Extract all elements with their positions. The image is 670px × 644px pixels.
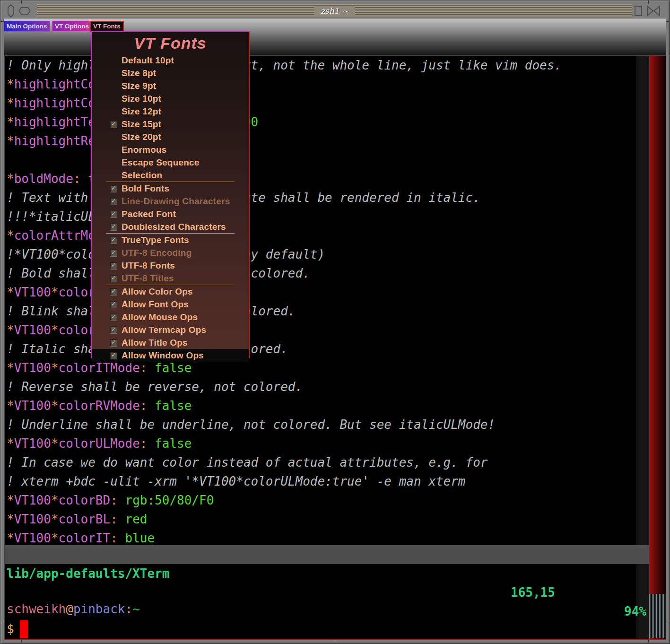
menu-item-utf-8-encoding[interactable]: UTF-8 Encoding [92,246,249,259]
menu-item-allow-font-ops[interactable]: Allow Font Ops [92,298,249,311]
text-segment: ! Reverse shall be reverse, not colored. [7,380,303,394]
menu-item-label: Default 10pt [122,55,174,66]
menu-item-label: Size 15pt [122,119,161,130]
menu-item-allow-termcap-ops[interactable]: Allow Termcap Ops [92,323,249,336]
checkmark-placeholder [110,159,117,166]
menu-item-size-12pt[interactable]: Size 12pt [92,105,249,118]
titlebar-grip[interactable]: zsh1 ~ [37,4,632,18]
menu-item-size-8pt[interactable]: Size 8pt [92,67,249,79]
text-segment: rgb:50/80/F0 [125,493,214,507]
checkmark-placeholder [110,57,117,64]
text-segment: false [155,436,191,451]
text-segment: : [73,172,88,186]
scrollbar[interactable] [649,56,666,639]
menu-item-selection[interactable]: Selection [92,169,249,182]
terminal-line: ! Blink shall be blinking, not colored. [7,302,562,321]
text-segment: * [7,285,14,299]
checkmark-placeholder [110,70,117,77]
terminal-line: *VT100*colorBD: rgb:50/80/F0 [7,491,562,510]
statusline-cursor-position: 165,15 [511,583,555,602]
checkmark-icon [110,288,117,296]
close-icon[interactable] [646,5,661,17]
menu-item-label: UTF-8 Encoding [122,248,191,258]
menu-item-size-9pt[interactable]: Size 9pt [92,79,249,92]
checkmark-placeholder [110,133,117,141]
text-segment: VT100 [14,399,51,413]
vt-fonts-menu: VT Fonts Default 10ptSize 8ptSize 9ptSiz… [91,31,250,358]
text-segment: pinback [73,602,125,616]
checkmark-icon [110,326,117,334]
checkmark-placeholder [110,82,117,90]
menu-item-size-10pt[interactable]: Size 10pt [92,92,249,105]
menu-item-label: Size 8pt [122,68,156,78]
terminal-line: *VT100*colorULMode: false [7,434,562,453]
frame-notch [21,640,22,644]
menu-item-doublesized-characters[interactable]: Doublesized Characters [92,220,249,233]
menu-item-label: TrueType Fonts [122,235,189,245]
frame-notch [666,21,670,22]
menu-item-allow-title-ops[interactable]: Allow Title Ops [92,336,249,349]
menu-item-label: Allow Window Ops [122,350,204,361]
menu-item-size-20pt[interactable]: Size 20pt [92,131,249,143]
menu-item-utf-8-titles[interactable]: UTF-8 Titles [92,272,249,285]
terminal-cursor [20,620,28,638]
menu-item-label: Allow Font Ops [122,299,189,310]
checkmark-icon [110,313,117,321]
checkmark-icon [110,198,117,205]
menu-item-bold-fonts[interactable]: Bold Fonts [92,182,249,195]
menu-item-label: Size 10pt [122,94,161,104]
terminal-line: *VT100*colorBDMode: false [7,283,562,302]
terminal-line: ! Italic shall be italic, not colored. [7,339,562,358]
text-segment: * [7,96,14,110]
terminal-line: !*VT100*colorMode: true anyway (by defau… [7,245,562,264]
menu-item-label: Size 12pt [122,106,161,117]
titlebar[interactable]: zsh1 ~ [4,4,666,18]
statusline-filename: lib/app-defaults/XTerm [7,564,169,583]
terminal-line: !!!*italicULMode: true [7,207,562,226]
terminal-line: *VT100*colorIT: blue [7,529,562,548]
checkmark-placeholder [110,95,117,103]
checkmark-icon [110,121,117,128]
terminal-line: *highlightTextColor: rgb:00/64/00 [7,113,562,131]
menu-item-truetype-fonts[interactable]: TrueType Fonts [92,234,249,246]
text-segment: schweikh [7,602,66,616]
iconify-icon[interactable] [18,7,31,15]
xterm-window: { "window": { "title": "zsh1 ~" }, "menu… [0,0,670,644]
vt-options-button[interactable]: VT Options [52,21,92,32]
text-segment: colorBL [59,512,111,526]
frame-notch [648,640,649,644]
vt-fonts-button[interactable]: VT Fonts [90,21,124,32]
menu-item-size-15pt[interactable]: Size 15pt [92,118,249,131]
menu-item-allow-window-ops[interactable]: Allow Window Ops [92,349,249,362]
menu-item-enormous[interactable]: Enormous [92,143,249,156]
checkmark-icon [110,210,117,218]
text-segment: colorBD [59,493,111,507]
text-segment: VT100 [14,531,51,545]
text-segment: VT100 [14,285,51,299]
menu-item-allow-mouse-ops[interactable]: Allow Mouse Ops [92,311,249,323]
text-segment: false [155,399,191,413]
menu-item-utf-8-fonts[interactable]: UTF-8 Fonts [92,259,249,272]
menu-item-default-10pt[interactable]: Default 10pt [92,54,249,67]
frame-notch [21,0,22,4]
menu-item-packed-font[interactable]: Packed Font [92,208,249,220]
text-segment: ! In case we do want color instead of ac… [7,455,487,470]
text-segment: * [51,531,59,545]
terminal-line: *colorAttrMode: true [7,226,562,245]
checkmark-placeholder [110,146,117,154]
terminal-line [7,150,562,169]
main-options-button[interactable]: Main Options [4,21,50,32]
menu-item-allow-color-ops[interactable]: Allow Color Ops [92,285,249,298]
text-segment: boldMode [14,172,73,186]
menu-item-label: Bold Fonts [122,183,169,194]
text-segment: VT100 [14,361,51,375]
maximize-icon[interactable] [634,5,643,17]
checkmark-icon [110,249,117,257]
text-segment: * [7,512,14,526]
menu-item-label: Escape Sequence [122,157,200,168]
terminal-line: ! Only highlight the selected text, not … [7,56,562,75]
menu-item-escape-sequence[interactable]: Escape Sequence [92,156,249,169]
window-menu-icon[interactable] [7,4,15,17]
menu-item-line-drawing-characters[interactable]: Line-Drawing Characters [92,195,249,208]
scrollbar-thumb[interactable] [649,594,666,638]
